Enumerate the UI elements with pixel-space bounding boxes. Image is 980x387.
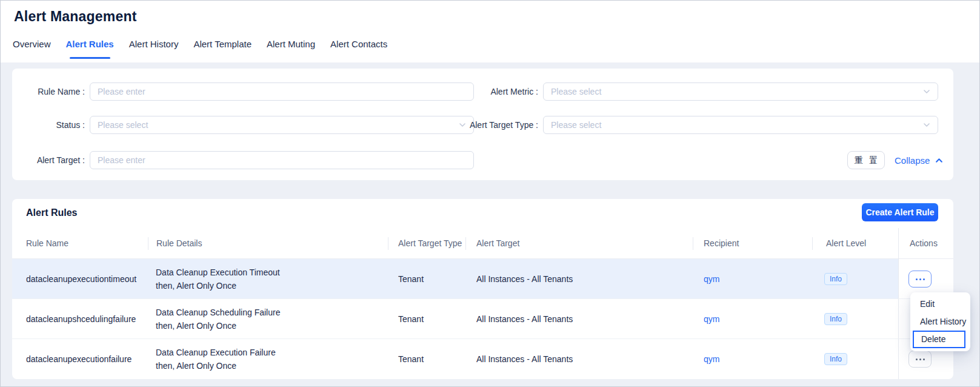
cell-alert-target: All Instances - All Tenants	[476, 299, 573, 339]
cell-alert-target-type: Tenant	[398, 259, 424, 299]
column-header-alert-target-type: Alert Target Type	[398, 228, 462, 259]
tab-alert-rules[interactable]: Alert Rules	[66, 38, 114, 50]
cell-alert-target: All Instances - All Tenants	[476, 339, 573, 379]
table-title: Alert Rules	[26, 207, 77, 218]
column-header-rule-details: Rule Details	[156, 228, 202, 259]
ellipsis-icon	[916, 278, 925, 280]
column-divider	[812, 237, 813, 250]
cell-alert-target: All Instances - All Tenants	[476, 259, 573, 299]
column-header-actions: Actions	[910, 228, 938, 259]
table-row: datacleanupshcedulingfailure Data Cleanu…	[12, 299, 953, 339]
alert-target-type-select[interactable]: Please select	[543, 116, 938, 134]
column-divider	[693, 237, 693, 250]
tab-alert-muting[interactable]: Alert Muting	[267, 38, 315, 50]
status-label: Status :	[12, 116, 85, 134]
row-highlight	[12, 259, 898, 298]
alert-metric-label: Alert Metric :	[376, 82, 538, 101]
column-divider	[465, 237, 466, 250]
cell-alert-level: Info	[824, 339, 847, 379]
cell-rule-details: Data Cleanup Scheduling Failure then, Al…	[156, 306, 280, 332]
column-header-rule-name: Rule Name	[26, 228, 68, 259]
table-header-row: Rule Name Rule Details Alert Target Type…	[12, 228, 953, 259]
alert-target-type-placeholder: Please select	[551, 120, 918, 130]
chevron-down-icon	[923, 88, 930, 95]
alert-rules-panel: Alert Rules Create Alert Rule Rule Name …	[12, 199, 953, 379]
alert-management-page: Alert Management Overview Alert Rules Al…	[0, 0, 980, 387]
chevron-down-icon	[923, 121, 930, 129]
tab-overview[interactable]: Overview	[13, 38, 51, 50]
collapse-link[interactable]: Collapse	[895, 151, 943, 169]
recipient-link[interactable]: qym	[704, 259, 719, 299]
alert-metric-select[interactable]: Please select	[543, 82, 938, 101]
tab-bar: Overview Alert Rules Alert History Alert…	[13, 38, 402, 50]
column-divider	[388, 237, 388, 250]
filter-panel: Rule Name : Alert Metric : Please select…	[12, 69, 953, 180]
reset-button[interactable]: 重置	[847, 151, 885, 169]
column-header-alert-level: Alert Level	[826, 228, 866, 259]
cell-rule-name: datacleanupshcedulingfailure	[26, 299, 136, 339]
menu-item-delete[interactable]: Delete	[913, 331, 965, 348]
alert-metric-placeholder: Please select	[551, 87, 918, 96]
menu-item-edit[interactable]: Edit	[910, 295, 970, 313]
alert-level-badge: Info	[824, 273, 847, 285]
alert-level-badge: Info	[824, 313, 847, 325]
alert-target-label: Alert Target :	[12, 151, 85, 169]
recipient-link[interactable]: qym	[704, 339, 719, 379]
row-actions-more-button[interactable]	[908, 271, 932, 288]
cell-rule-name: datacleanupexecutiontimeout	[26, 259, 136, 299]
ellipsis-icon	[916, 358, 925, 360]
cell-alert-target-type: Tenant	[398, 299, 424, 339]
tab-alert-contacts[interactable]: Alert Contacts	[330, 38, 387, 50]
cell-rule-details: Data Cleanup Execution Failure then, Ale…	[156, 346, 276, 372]
collapse-label: Collapse	[895, 155, 930, 166]
page-header: Alert Management Overview Alert Rules Al…	[0, 0, 980, 62]
tab-alert-history[interactable]: Alert History	[129, 38, 179, 50]
column-divider	[148, 237, 148, 250]
create-alert-rule-button[interactable]: Create Alert Rule	[862, 203, 938, 221]
alert-level-badge: Info	[824, 353, 847, 365]
cell-alert-level: Info	[824, 259, 847, 299]
page-title: Alert Management	[14, 8, 137, 25]
tab-alert-template[interactable]: Alert Template	[193, 38, 252, 50]
chevron-up-icon	[935, 156, 943, 164]
alert-target-input[interactable]	[90, 151, 474, 169]
table-row: datacleanupexecutionfailure Data Cleanup…	[12, 339, 953, 379]
table-row: datacleanupexecutiontimeout Data Cleanup…	[12, 259, 953, 299]
cell-alert-level: Info	[824, 299, 847, 339]
row-actions-menu: Edit Alert History Delete	[910, 292, 970, 351]
alert-target-type-label: Alert Target Type :	[376, 116, 538, 134]
cell-rule-name: datacleanupexecutionfailure	[26, 339, 132, 379]
cell-alert-target-type: Tenant	[398, 339, 424, 379]
rule-name-label: Rule Name :	[12, 82, 85, 101]
recipient-link[interactable]: qym	[704, 299, 719, 339]
row-actions-more-button[interactable]	[908, 351, 932, 368]
menu-item-alert-history[interactable]: Alert History	[910, 313, 970, 331]
column-header-alert-target: Alert Target	[476, 228, 519, 259]
cell-rule-details: Data Cleanup Execution Timeout then, Ale…	[156, 266, 280, 292]
column-header-recipient: Recipient	[704, 228, 739, 259]
